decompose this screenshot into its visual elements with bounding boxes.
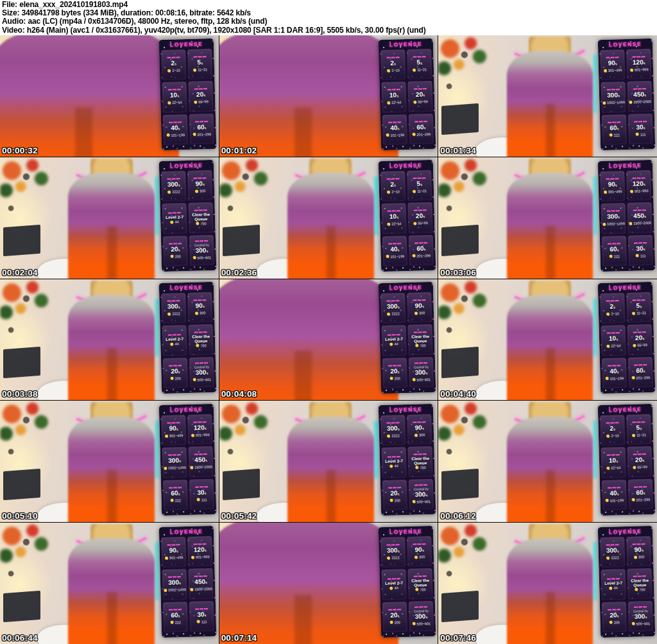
tip-cell-value: 60s xyxy=(191,123,214,132)
video-thumbnail[interactable]: LOVENSE300s222290s300Level 2-744Clear th… xyxy=(219,279,438,401)
video-thumbnail[interactable]: LOVENSE2s2~105s11~2110s22~5420s55~9940s1… xyxy=(219,35,438,157)
subject-legs-seam xyxy=(107,348,116,400)
coin-icon xyxy=(631,498,635,501)
video-thumbnail[interactable]: LOVENSE2s2~105s11~2110s22~5420s55~9940s1… xyxy=(219,157,438,279)
tip-menu-cell: 20s200 xyxy=(382,480,407,510)
tip-pattern-icon xyxy=(169,609,182,611)
tip-cell-value: 20s xyxy=(189,91,212,100)
tip-pattern-icon xyxy=(608,487,620,489)
coin-icon xyxy=(636,254,639,257)
coin-icon xyxy=(386,134,389,137)
tip-range-text: 111 xyxy=(201,619,207,624)
tip-pattern-icon xyxy=(196,121,209,123)
tip-cell-value: Clear the Queue xyxy=(409,456,432,466)
tip-menu-grid: 300s222290s300Level 2-744Clear the Queue… xyxy=(379,535,436,634)
tip-unit-label: s xyxy=(616,338,618,342)
coin-icon xyxy=(164,589,167,592)
tip-pattern-icon xyxy=(194,88,207,90)
video-thumbnail[interactable]: LOVENSE2s2~105s11~2110s22~5420s55~9940s1… xyxy=(0,35,219,157)
tip-menu-grid: 90s301~499120s501~999300s1001~1499450s15… xyxy=(160,413,217,512)
tip-menu-grid: 300s222290s300Level 2-744Clear the Queue… xyxy=(379,292,436,390)
tip-pattern-icon xyxy=(633,210,646,212)
coin-icon xyxy=(390,586,393,589)
tip-cell-value: 20s xyxy=(383,489,406,498)
timestamp-overlay: 00:06:12 xyxy=(440,511,476,521)
timestamp-overlay: 00:04:08 xyxy=(221,389,257,399)
subject-figure xyxy=(219,279,398,401)
tip-menu-cell: Control by300s500~501 xyxy=(189,357,214,388)
tip-cell-value: 90s xyxy=(189,302,212,311)
monitor-decor xyxy=(441,103,479,135)
tip-menu-cell: 300s2222 xyxy=(162,293,187,324)
tip-menu-cell: 60s222 xyxy=(602,236,627,266)
subject-figure xyxy=(500,284,601,400)
tip-pattern-icon xyxy=(388,211,400,213)
tip-cell-value: 450s xyxy=(189,456,212,465)
tip-cell-value: 20s xyxy=(383,611,406,620)
coin-icon xyxy=(193,256,196,259)
video-thumbnail[interactable]: LOVENSE300s222290s300Level 2-744Clear th… xyxy=(0,157,219,279)
tip-menu-grid: 2s2~105s11~2110s22~5420s55~9940s101~1996… xyxy=(160,48,217,147)
video-thumbnail[interactable]: LOVENSE2s2~105s11~2110s22~5420s55~9940s1… xyxy=(438,401,657,522)
tip-cell-range: 1001~1499 xyxy=(164,587,187,593)
video-thumbnail[interactable]: LOVENSE300s222290s300Level 2-744Clear th… xyxy=(0,279,219,401)
tip-cell-range: 22~54 xyxy=(382,222,405,227)
tip-unit-label: s xyxy=(425,615,427,619)
tip-range-text: 1500~2000 xyxy=(194,464,212,470)
coin-icon xyxy=(413,190,416,193)
tip-unit-label: s xyxy=(617,126,619,130)
tip-pattern-icon xyxy=(414,575,427,577)
video-thumbnail[interactable]: LOVENSE300s222290s300Level 2-744Clear th… xyxy=(438,523,657,644)
tip-menu-grid: 300s222290s300Level 2-744Clear the Queue… xyxy=(379,413,436,512)
tip-unit-label: s xyxy=(644,93,646,97)
tip-menu-cell: 60s201~299 xyxy=(409,235,434,266)
tip-range-text: 2222 xyxy=(391,433,399,438)
tip-menu-cell: 90s301~499 xyxy=(600,49,625,80)
coin-icon xyxy=(171,377,174,380)
tip-menu-cell: 20s200 xyxy=(382,358,407,388)
tip-cell-range: 300 xyxy=(627,554,651,560)
video-thumbnail[interactable]: LOVENSE90s301~499120s501~999300s1001~149… xyxy=(438,157,657,279)
video-thumbnail[interactable]: LOVENSE2s2~105s11~2110s22~5420s55~9940s1… xyxy=(438,279,657,401)
tip-cell-range: 2222 xyxy=(382,433,405,439)
tip-cell-value: 5s xyxy=(627,424,650,433)
tip-cell-range: 55~99 xyxy=(628,464,651,470)
tip-cell-range: 101~199 xyxy=(602,498,626,503)
lovense-tip-menu-panel: LOVENSE2s2~105s11~2110s22~5420s55~9940s1… xyxy=(379,39,436,150)
tip-menu-cell: Level 2-744 xyxy=(382,569,407,600)
tip-cell-range: 300 xyxy=(189,310,212,316)
tip-unit-label: s xyxy=(617,614,619,618)
tip-pattern-icon xyxy=(414,453,427,455)
tip-menu-cell: 30s111 xyxy=(628,113,653,144)
video-thumbnail[interactable]: LOVENSE90s301~499120s501~999300s1001~149… xyxy=(0,523,219,644)
tip-range-text: 501~999 xyxy=(634,189,648,195)
coin-icon xyxy=(387,223,390,226)
tip-cell-value: 60s xyxy=(409,123,432,132)
tip-unit-label: s xyxy=(203,183,205,187)
tip-range-text: 44 xyxy=(395,342,398,347)
video-thumbnail[interactable]: LOVENSE300s222290s300Level 2-744Clear th… xyxy=(219,401,438,522)
tip-menu-cell: 300s1001~1499 xyxy=(162,569,187,600)
tip-pattern-icon xyxy=(388,609,401,611)
video-thumbnail[interactable]: LOVENSE300s222290s300Level 2-744Clear th… xyxy=(219,523,438,644)
tip-menu-cell: 120s501~999 xyxy=(626,49,651,80)
video-thumbnail[interactable]: LOVENSE90s301~499120s501~999300s1001~149… xyxy=(0,401,219,522)
tip-unit-label: s xyxy=(423,93,425,97)
tip-cell-value: 300s xyxy=(162,302,185,311)
tip-pattern-icon xyxy=(388,365,401,367)
tip-menu-cell: 90s301~499 xyxy=(600,171,625,202)
tip-menu-cell: 2s2~10 xyxy=(600,293,625,324)
coin-icon xyxy=(629,68,633,71)
tip-range-text: 55~99 xyxy=(637,465,647,470)
tip-unit-label: s xyxy=(422,426,424,430)
tip-cell-range: 111 xyxy=(629,253,652,259)
video-thumbnail[interactable]: LOVENSE90s301~499120s501~999300s1001~149… xyxy=(438,35,657,157)
tip-cell-range: 201~299 xyxy=(410,131,433,137)
tip-range-text: 111 xyxy=(201,497,207,502)
tip-menu-cell: 450s1500~2000 xyxy=(627,81,652,112)
thumbnail-grid: LOVENSE2s2~105s11~2110s22~5420s55~9940s1… xyxy=(0,35,657,644)
tip-range-text: 101~199 xyxy=(610,376,624,381)
coin-icon xyxy=(606,434,610,437)
coin-icon xyxy=(387,69,390,72)
tip-unit-label: s xyxy=(205,548,207,552)
